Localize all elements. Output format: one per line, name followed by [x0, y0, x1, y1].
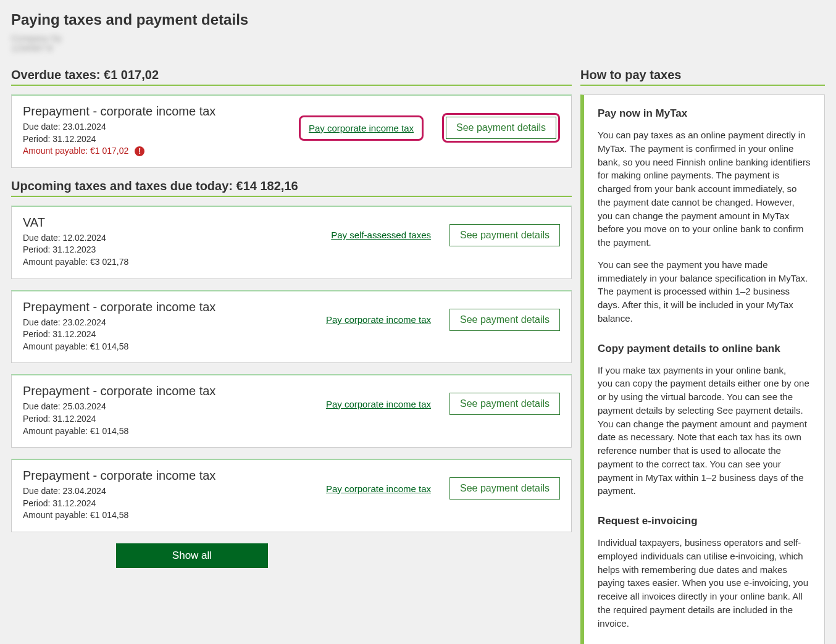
see-payment-details-button[interactable]: See payment details: [449, 224, 560, 246]
tax-name: VAT: [23, 215, 324, 230]
see-payment-details-button[interactable]: See payment details: [446, 117, 556, 139]
upcoming-tax-card: Prepayment - corporate income tax Due da…: [11, 374, 572, 448]
info-subheading-copy: Copy payment details to online bank: [598, 343, 811, 355]
details-button-highlight: See payment details: [442, 113, 560, 143]
alert-icon: !: [135, 146, 144, 156]
info-panel: Pay now in MyTax You can pay taxes as an…: [580, 94, 825, 644]
info-paragraph: If you make tax payments in your online …: [598, 364, 811, 377]
tax-amount-payable: Amount payable: €1 014,58: [23, 509, 319, 522]
upcoming-tax-card: Prepayment - corporate income tax Due da…: [11, 459, 572, 532]
howto-heading: How to pay taxes: [580, 68, 825, 86]
overdue-tax-card: Prepayment - corporate income tax Due da…: [11, 94, 572, 168]
info-paragraph: Individual taxpayers, business operators…: [598, 536, 811, 630]
info-subheading-einvoice: Request e-invoicing: [598, 515, 811, 527]
tax-amount-payable: Amount payable: €1 014,58: [23, 341, 319, 353]
tax-due-date: Due date: 23.04.2024: [23, 485, 319, 498]
see-payment-details-button[interactable]: See payment details: [449, 393, 560, 415]
upcoming-heading: Upcoming taxes and taxes due today: €14 …: [11, 179, 572, 197]
pay-tax-link[interactable]: Pay self-assessed taxes: [331, 230, 431, 240]
show-all-button[interactable]: Show all: [116, 543, 268, 568]
see-payment-details-button[interactable]: See payment details: [449, 309, 560, 331]
tax-amount-payable: Amount payable: €1 014,58: [23, 425, 319, 438]
tax-due-date: Due date: 23.01.2024: [23, 121, 291, 133]
info-paragraph: You can pay taxes as an online payment d…: [598, 128, 811, 249]
tax-due-date: Due date: 25.03.2024: [23, 401, 319, 413]
see-payment-details-button[interactable]: See payment details: [449, 477, 560, 500]
tax-period: Period: 31.12.2024: [23, 133, 291, 146]
tax-period: Period: 31.12.2024: [23, 413, 319, 425]
info-paragraph: you can copy the payment details either …: [598, 377, 811, 498]
tax-period: Period: 31.12.2024: [23, 498, 319, 510]
info-paragraph: You can see the payment you have made im…: [598, 258, 811, 325]
tax-amount-payable: Amount payable: €1 017,02 !: [23, 145, 291, 157]
pay-tax-link[interactable]: Pay corporate income tax: [303, 119, 420, 137]
pay-tax-link[interactable]: Pay corporate income tax: [326, 399, 431, 409]
entity-info: Company Oy 1234567-8: [11, 33, 825, 53]
tax-period: Period: 31.12.2023: [23, 244, 324, 256]
tax-period: Period: 31.12.2024: [23, 328, 319, 341]
pay-link-highlight: Pay corporate income tax: [299, 115, 424, 141]
tax-name: Prepayment - corporate income tax: [23, 469, 319, 483]
info-subheading-paynow: Pay now in MyTax: [598, 107, 811, 120]
pay-tax-link[interactable]: Pay corporate income tax: [326, 483, 431, 494]
tax-due-date: Due date: 23.02.2024: [23, 317, 319, 329]
upcoming-tax-card: Prepayment - corporate income tax Due da…: [11, 290, 572, 364]
entity-name: Company Oy: [11, 33, 825, 43]
overdue-heading: Overdue taxes: €1 017,02: [11, 68, 572, 86]
entity-id: 1234567-8: [11, 43, 825, 53]
pay-tax-link[interactable]: Pay corporate income tax: [326, 314, 431, 325]
tax-name: Prepayment - corporate income tax: [23, 300, 319, 314]
tax-amount-payable: Amount payable: €3 021,78: [23, 256, 324, 269]
tax-due-date: Due date: 12.02.2024: [23, 232, 324, 245]
tax-name: Prepayment - corporate income tax: [23, 104, 291, 119]
upcoming-tax-card: VAT Due date: 12.02.2024 Period: 31.12.2…: [11, 206, 572, 279]
page-title: Paying taxes and payment details: [11, 11, 825, 28]
tax-name: Prepayment - corporate income tax: [23, 384, 319, 398]
